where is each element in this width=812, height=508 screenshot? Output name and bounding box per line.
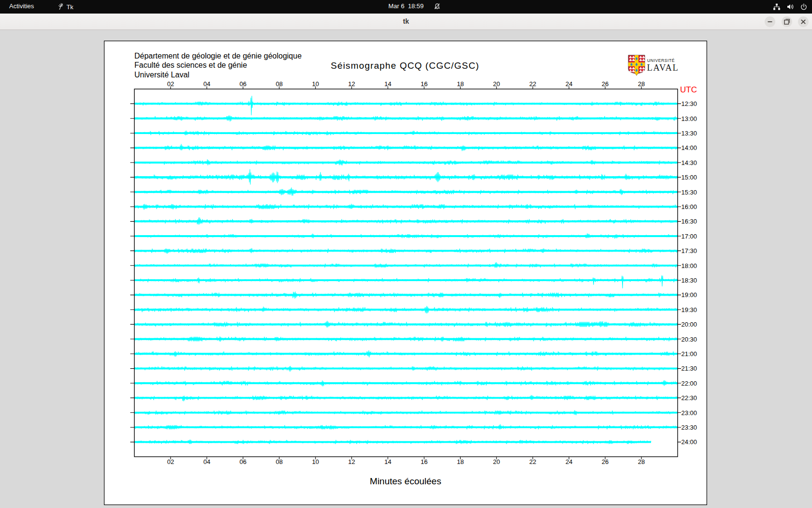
svg-text:28: 28 [638, 80, 645, 88]
svg-text:14: 14 [384, 80, 391, 88]
svg-text:04: 04 [203, 80, 210, 88]
svg-text:16: 16 [420, 458, 427, 465]
svg-text:17:30: 17:30 [682, 247, 697, 254]
svg-text:28: 28 [638, 458, 645, 465]
svg-text:22:00: 22:00 [682, 380, 697, 387]
svg-text:Département de géologie et de: Département de géologie et de génie géol… [134, 52, 302, 60]
svg-text:12:30: 12:30 [682, 100, 697, 107]
svg-text:14:00: 14:00 [682, 144, 697, 151]
svg-text:24:00: 24:00 [682, 438, 697, 446]
svg-text:04: 04 [203, 458, 210, 465]
svg-text:19:00: 19:00 [682, 291, 697, 299]
svg-text:16: 16 [420, 80, 427, 88]
svg-text:06: 06 [240, 80, 246, 88]
svg-text:08: 08 [276, 80, 282, 88]
svg-text:26: 26 [602, 80, 609, 88]
svg-text:20:30: 20:30 [682, 336, 697, 343]
svg-text:14: 14 [384, 458, 391, 465]
svg-text:23:00: 23:00 [682, 409, 697, 417]
svg-text:06: 06 [240, 458, 246, 465]
svg-text:LAVAL: LAVAL [647, 63, 679, 73]
svg-text:24: 24 [566, 80, 572, 88]
svg-text:23:30: 23:30 [682, 424, 697, 431]
svg-text:26: 26 [602, 458, 609, 465]
svg-text:22:30: 22:30 [682, 394, 697, 402]
svg-text:15:30: 15:30 [682, 189, 697, 196]
svg-text:Faculté des sciences et de gén: Faculté des sciences et de génie [134, 61, 247, 69]
svg-text:13:00: 13:00 [682, 115, 697, 122]
svg-text:15:00: 15:00 [682, 174, 697, 181]
svg-text:10: 10 [312, 80, 319, 88]
svg-text:12: 12 [348, 458, 355, 465]
svg-text:13:30: 13:30 [682, 130, 697, 137]
svg-text:24: 24 [566, 458, 572, 465]
svg-text:UNIVERSITÉ: UNIVERSITÉ [647, 58, 675, 63]
svg-text:Séismographe QCQ (CGC/GSC): Séismographe QCQ (CGC/GSC) [331, 60, 479, 71]
svg-text:19:30: 19:30 [682, 306, 697, 314]
svg-text:21:30: 21:30 [682, 365, 697, 372]
svg-text:18: 18 [457, 458, 464, 465]
svg-text:22: 22 [529, 458, 536, 465]
svg-text:02: 02 [167, 458, 174, 465]
svg-text:18:30: 18:30 [682, 277, 697, 284]
svg-text:Université Laval: Université Laval [134, 71, 189, 79]
svg-text:16:30: 16:30 [682, 218, 697, 225]
svg-text:17:00: 17:00 [682, 233, 697, 240]
svg-text:16:00: 16:00 [682, 203, 697, 210]
svg-text:Minutes écoulées: Minutes écoulées [370, 476, 441, 486]
svg-text:08: 08 [276, 458, 282, 465]
svg-text:UTC: UTC [680, 85, 697, 94]
svg-text:22: 22 [529, 80, 536, 88]
svg-text:21:00: 21:00 [682, 350, 697, 358]
svg-text:14:30: 14:30 [682, 159, 697, 166]
svg-text:18: 18 [457, 80, 464, 88]
svg-text:20: 20 [493, 458, 500, 465]
svg-text:20:00: 20:00 [682, 321, 697, 328]
svg-text:02: 02 [167, 80, 174, 88]
svg-text:18:00: 18:00 [682, 262, 697, 269]
svg-text:20: 20 [493, 80, 500, 88]
svg-text:12: 12 [348, 80, 355, 88]
svg-text:10: 10 [312, 458, 319, 465]
